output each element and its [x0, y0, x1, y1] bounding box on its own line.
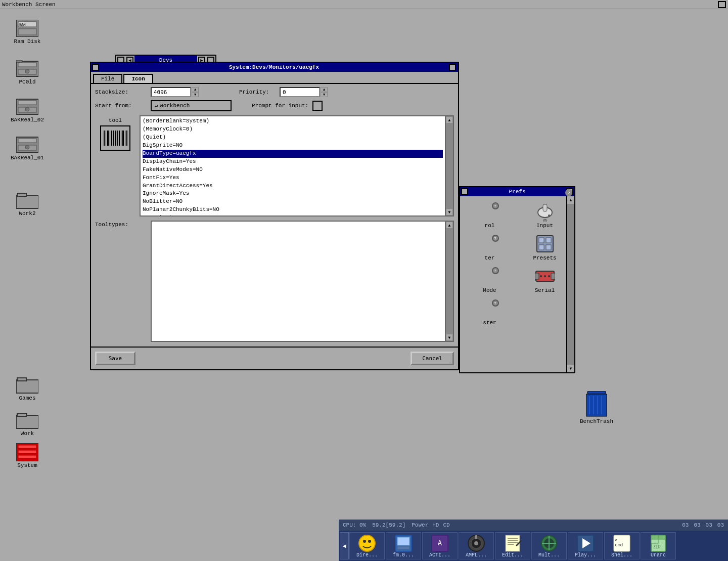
taskbar-edit-icon [504, 534, 522, 552]
content-line-13: OverClock=NO [143, 214, 443, 215]
icon-editor-zoom[interactable] [449, 64, 456, 71]
prefs-content: ? rol Input ? [460, 196, 574, 330]
prefs-item-mode[interactable]: ? Mode [464, 265, 515, 293]
content-line-10: IgnoreMask=Yes [143, 190, 443, 198]
prompt-checkbox[interactable] [312, 101, 323, 111]
content-line-7: FakeNativeModes=NO [143, 166, 443, 174]
cancel-button[interactable]: Cancel [411, 352, 454, 365]
content-area: (BorderBlank=System) (MemoryClock=0) (Qu… [140, 115, 454, 217]
svg-rect-39 [111, 131, 112, 146]
svg-rect-56 [546, 245, 551, 250]
desktop-icon-system[interactable]: System [7, 443, 48, 468]
svg-rect-35 [104, 131, 105, 146]
work-label: Work [21, 430, 34, 437]
prefs-scroll-up[interactable]: ▲ [567, 196, 574, 204]
work-icon [15, 411, 39, 429]
bakreal02-icon [15, 98, 39, 116]
taskbar-item-ampl[interactable]: AMPL... [459, 532, 494, 559]
ster-label: ster [483, 320, 496, 326]
taskbar-mult-label: Mult... [538, 552, 560, 558]
content-line-6: DisplayChain=Yes [143, 158, 443, 166]
svg-rect-75 [506, 535, 520, 551]
pc0ld-label: PC0ld [19, 79, 35, 85]
priority-down[interactable]: ▼ [321, 92, 328, 97]
benchtrash-label: BenchTrash [580, 418, 613, 424]
taskbar-item-unarc[interactable]: ZIP Unarc [641, 532, 676, 559]
priority-up[interactable]: ▲ [321, 87, 328, 92]
svg-rect-9 [16, 60, 22, 62]
taskbar-item-dire[interactable]: Dire... [349, 532, 385, 559]
taskbar-item-acti[interactable]: A ACTI... [422, 532, 458, 559]
desktop-icon-pc0ld[interactable]: PC0ld [7, 60, 48, 85]
priority-stepper[interactable]: ▲ ▼ [321, 87, 328, 97]
desktop-icon-work[interactable]: Work [7, 411, 48, 437]
content-scroll-down[interactable]: ▼ [446, 208, 453, 215]
icon-editor-close[interactable] [92, 64, 99, 71]
taskbar-item-play[interactable]: Play... [568, 532, 603, 559]
content-scroll-up[interactable]: ▲ [446, 116, 453, 123]
desktop-icon-work2[interactable]: Work2 [7, 191, 48, 217]
svg-rect-15 [18, 139, 36, 143]
startfrom-button[interactable]: ↵ Workbench [151, 100, 232, 111]
svg-rect-93 [651, 539, 658, 543]
maximize-button[interactable] [718, 1, 726, 8]
prefs-item-ster[interactable]: ? ster [464, 297, 515, 326]
stacksize-up[interactable]: ▲ [192, 87, 199, 92]
taskbar-scroll-left[interactable]: ◀ [340, 532, 349, 559]
work2-icon [15, 191, 39, 209]
prefs-item-serial[interactable]: ? Serial [519, 265, 570, 293]
content-list-area: (BorderBlank=System) (MemoryClock=0) (Qu… [140, 115, 454, 217]
svg-text:cmd: cmd [615, 542, 623, 547]
stacksize-down[interactable]: ▼ [192, 92, 199, 97]
tool-icon-preview [100, 125, 130, 151]
taskbar-unarc-label: Unarc [651, 552, 666, 558]
priority-input[interactable] [280, 87, 320, 97]
bakreal02-label: BAKReal_02 [11, 117, 44, 123]
count-2: 03 [694, 522, 700, 528]
tooltypes-scroll-up[interactable]: ▲ [446, 222, 453, 229]
svg-point-73 [474, 541, 478, 545]
taskbar: ◀ Dire... fm.0... [339, 531, 728, 561]
tab-icon[interactable]: Icon [123, 74, 153, 83]
stacksize-stepper[interactable]: ▲ ▼ [192, 87, 199, 97]
taskbar-item-edit[interactable]: Edit... [495, 532, 530, 559]
svg-rect-74 [475, 535, 477, 539]
stacksize-input[interactable] [151, 87, 191, 97]
desktop-icon-games[interactable]: Games [7, 376, 48, 401]
save-button[interactable]: Save [95, 352, 135, 365]
prefs-item-ter[interactable]: ? ter [464, 233, 515, 261]
desktop-icon-bakreal02[interactable]: BAKReal_02 [7, 98, 48, 123]
svg-point-17 [25, 145, 29, 149]
desktop-icon-bakreal01[interactable]: BAKReal_01 [7, 136, 48, 161]
input-icon [534, 200, 556, 223]
prefs-close[interactable] [461, 188, 468, 195]
taskbar-mult-icon [540, 534, 558, 552]
prefs-item-presets[interactable]: Presets [519, 233, 570, 261]
prefs-scroll-down[interactable]: ▼ [567, 364, 574, 372]
count-status: 03 03 03 03 [682, 522, 724, 528]
taskbar-item-fm0[interactable]: fm.0... [386, 532, 421, 559]
content-line-12: NoPlanar2ChunkyBlits=NO [143, 206, 443, 214]
tooltypes-scroll-down[interactable]: ▼ [446, 334, 453, 341]
taskbar-item-mult[interactable]: Mult... [531, 532, 567, 559]
svg-rect-45 [122, 131, 124, 146]
prefs-title-bar: Prefs [460, 187, 574, 196]
svg-text:A: A [438, 539, 442, 547]
prefs-item-rol[interactable]: ? rol [464, 200, 515, 229]
taskbar-item-shel[interactable]: >_ cmd Shel... [604, 532, 640, 559]
tab-file[interactable]: File [93, 74, 122, 83]
startfrom-label: Start from: [95, 103, 151, 109]
desktop-icon-ramdisk[interactable]: RAM Ram Disk [7, 19, 48, 45]
prefs-item-input[interactable]: Input [519, 200, 570, 229]
svg-rect-11 [18, 101, 36, 105]
svg-point-8 [25, 69, 29, 73]
bakreal01-label: BAKReal_01 [11, 155, 44, 161]
svg-rect-38 [110, 131, 110, 146]
svg-rect-37 [107, 131, 109, 146]
svg-rect-40 [113, 131, 114, 146]
desktop-icon-benchtrash[interactable]: BenchTrash [576, 391, 617, 424]
tooltypes-area: ▲ ▼ [151, 221, 454, 342]
taskbar-acti-icon: A [431, 534, 449, 552]
svg-rect-92 [658, 535, 665, 539]
content-line-2: (MemoryClock=0) [143, 125, 443, 134]
